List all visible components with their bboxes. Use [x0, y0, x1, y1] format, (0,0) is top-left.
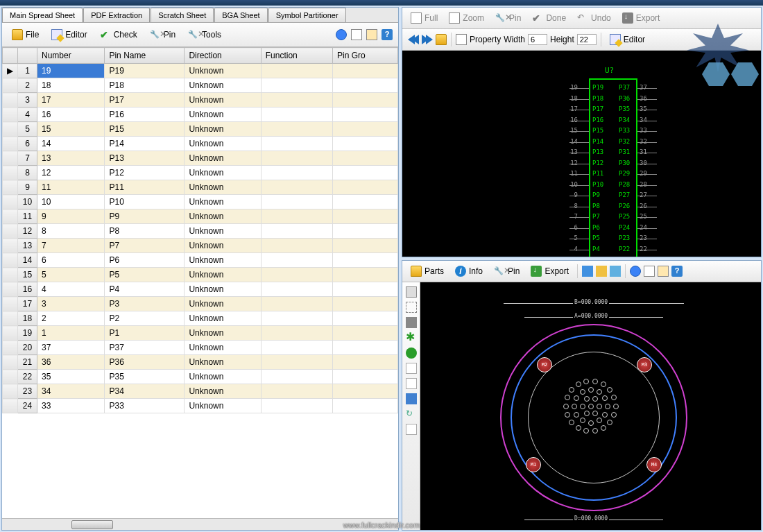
fp-pin-button[interactable]: Pin: [490, 264, 524, 279]
row-index[interactable]: 3: [18, 93, 37, 108]
cell-grp[interactable]: [333, 370, 398, 384]
cell-direction[interactable]: Unknown: [185, 224, 261, 239]
cell-func[interactable]: [261, 224, 332, 239]
table-row[interactable]: 119P9Unknown: [3, 209, 398, 224]
cell-grp[interactable]: [333, 93, 398, 108]
cell-pinname[interactable]: P3: [105, 297, 185, 311]
table-row[interactable]: 218P18Unknown: [3, 78, 398, 93]
row-index[interactable]: 15: [18, 268, 37, 282]
row-index[interactable]: 24: [18, 399, 37, 413]
cell-direction[interactable]: Unknown: [185, 297, 261, 311]
cell-direction[interactable]: Unknown: [185, 311, 261, 326]
ok-tool-icon[interactable]: [406, 347, 417, 359]
cell-number[interactable]: 10: [37, 195, 105, 209]
cell-pinname[interactable]: P2: [105, 311, 185, 326]
cell-number[interactable]: 14: [37, 137, 105, 151]
cell-number[interactable]: 5: [37, 268, 105, 282]
table-row[interactable]: 2235P35Unknown: [3, 370, 398, 384]
rotate-tool-icon[interactable]: ↻: [406, 409, 417, 420]
row-index[interactable]: 8: [18, 166, 37, 180]
cell-grp[interactable]: [333, 64, 398, 78]
cell-number[interactable]: 1: [37, 326, 105, 341]
tools-menu[interactable]: Tools: [184, 27, 225, 42]
scrollbar-thumb[interactable]: [71, 520, 113, 529]
fp-tool1-icon[interactable]: [582, 266, 593, 277]
table-row[interactable]: 713P13Unknown: [3, 151, 398, 166]
cell-pinname[interactable]: P1: [105, 326, 185, 341]
zoom-button[interactable]: Zoom: [445, 10, 488, 26]
cell-pinname[interactable]: P14: [105, 137, 185, 151]
cell-func[interactable]: [261, 253, 332, 268]
pin-button[interactable]: Pin: [491, 10, 525, 26]
table-row[interactable]: 2334P34Unknown: [3, 384, 398, 399]
cell-func[interactable]: [261, 122, 332, 137]
fp-export-button[interactable]: Export: [526, 264, 573, 279]
editor-button[interactable]: Editor: [606, 32, 649, 47]
column-header[interactable]: Function: [261, 48, 332, 64]
cell-func[interactable]: [261, 341, 332, 355]
cell-func[interactable]: [261, 180, 332, 195]
table-row[interactable]: 128P8Unknown: [3, 224, 398, 239]
column-header[interactable]: [3, 48, 18, 64]
help-icon[interactable]: ?: [382, 29, 393, 40]
tab-main-spread-sheet[interactable]: Main Spread Sheet: [2, 8, 83, 22]
cell-direction[interactable]: Unknown: [185, 239, 261, 253]
cell-func[interactable]: [261, 166, 332, 180]
cell-direction[interactable]: Unknown: [185, 268, 261, 282]
cell-pinname[interactable]: P17: [105, 93, 185, 108]
table-row[interactable]: ▶119P19Unknown: [3, 64, 398, 78]
cell-grp[interactable]: [333, 180, 398, 195]
footprint-canvas[interactable]: B=000.0000 A=000.0000 M1 M2 M3 M4 D=000.…: [420, 282, 761, 530]
snap-tool-icon[interactable]: ✱: [406, 332, 417, 343]
column-header[interactable]: Pin Name: [105, 48, 185, 64]
editor-menu[interactable]: Editor: [47, 27, 91, 42]
row-index[interactable]: 12: [18, 224, 37, 239]
column-header[interactable]: Direction: [185, 48, 261, 64]
open-icon[interactable]: [436, 34, 447, 45]
doc1-icon[interactable]: [351, 29, 362, 40]
width-input[interactable]: [528, 34, 547, 45]
cell-pinname[interactable]: P11: [105, 180, 185, 195]
file-menu[interactable]: File: [8, 27, 43, 42]
cell-direction[interactable]: Unknown: [185, 355, 261, 370]
cell-func[interactable]: [261, 326, 332, 341]
cell-direction[interactable]: Unknown: [185, 209, 261, 224]
layer-tool-icon[interactable]: [406, 424, 417, 435]
pin-grid[interactable]: NumberPin NameDirectionFunctionPin Gro▶1…: [2, 47, 398, 518]
row-index[interactable]: 13: [18, 239, 37, 253]
cell-func[interactable]: [261, 268, 332, 282]
row-index[interactable]: 11: [18, 209, 37, 224]
tab-bga-sheet[interactable]: BGA Sheet: [214, 8, 267, 22]
cell-pinname[interactable]: P8: [105, 224, 185, 239]
doc2-icon[interactable]: [366, 29, 377, 40]
cell-direction[interactable]: Unknown: [185, 195, 261, 209]
cell-pinname[interactable]: P4: [105, 282, 185, 297]
cell-func[interactable]: [261, 297, 332, 311]
full-button[interactable]: Full: [406, 10, 442, 26]
cell-grp[interactable]: [333, 122, 398, 137]
cell-pinname[interactable]: P7: [105, 239, 185, 253]
row-index[interactable]: 18: [18, 311, 37, 326]
cell-pinname[interactable]: P34: [105, 384, 185, 399]
cell-grp[interactable]: [333, 341, 398, 355]
row-index[interactable]: 23: [18, 384, 37, 399]
cell-direction[interactable]: Unknown: [185, 282, 261, 297]
cell-number[interactable]: 4: [37, 282, 105, 297]
cell-grp[interactable]: [333, 282, 398, 297]
row-index[interactable]: 19: [18, 326, 37, 341]
cell-func[interactable]: [261, 64, 332, 78]
cell-number[interactable]: 13: [37, 151, 105, 166]
symbol-canvas[interactable]: U? CIRCONN CIRCONN CIRCONN0C0P0X0_4191X3…: [402, 51, 761, 257]
cell-number[interactable]: 18: [37, 78, 105, 93]
cell-pinname[interactable]: P6: [105, 253, 185, 268]
cell-pinname[interactable]: P13: [105, 151, 185, 166]
cell-grp[interactable]: [333, 253, 398, 268]
cell-direction[interactable]: Unknown: [185, 151, 261, 166]
row-index[interactable]: 14: [18, 253, 37, 268]
row-index[interactable]: 16: [18, 282, 37, 297]
export-button[interactable]: Export: [618, 10, 665, 26]
table-row[interactable]: 2136P36Unknown: [3, 355, 398, 370]
cell-func[interactable]: [261, 93, 332, 108]
cell-func[interactable]: [261, 195, 332, 209]
fp-tool3-icon[interactable]: [610, 266, 621, 277]
